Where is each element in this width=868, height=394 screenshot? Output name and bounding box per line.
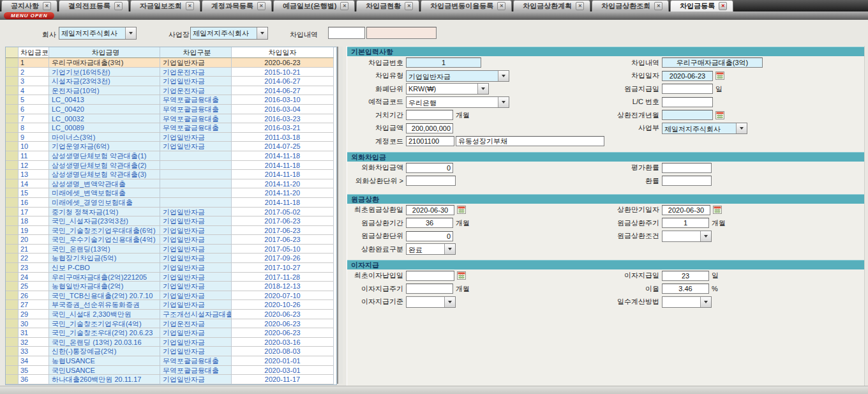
loan-amount-field[interactable]	[406, 123, 453, 133]
menu-open-button[interactable]: MENU OPEN	[4, 12, 54, 19]
currency-unit-select[interactable]: KRW(₩)	[406, 83, 489, 95]
table-row[interactable]: 17중기청 정책자금(1억)기업일반자금2017-05-02	[6, 208, 336, 217]
table-row[interactable]: 22농협장기차입금(5억)기업일반자금2017-09-26	[6, 254, 336, 263]
table-row[interactable]: 11삼성생명단체보험 약관대출(1)2014-11-18	[6, 151, 336, 161]
table-row[interactable]: 4운전자금(10억)기업운전자금2014-06-27	[6, 86, 336, 96]
calendar-icon[interactable]	[713, 206, 722, 214]
table-row[interactable]: 13삼성생명단체보험 약관대출(3)2014-11-18	[6, 170, 336, 179]
fx-repay-unit-field[interactable]	[406, 176, 456, 186]
first-interest-pay-date-field[interactable]	[406, 271, 454, 281]
tab-close-icon[interactable]: ×	[405, 2, 413, 10]
calendar-icon[interactable]	[715, 111, 724, 119]
principal-repay-condition-select[interactable]	[662, 231, 712, 242]
tab[interactable]: 차입금현황×	[356, 0, 419, 11]
first-principal-repay-date-field[interactable]	[406, 205, 454, 215]
tab[interactable]: 계정과목등록×	[202, 0, 272, 11]
account-code-field[interactable]	[406, 136, 454, 146]
tab-close-icon[interactable]: ×	[719, 2, 727, 10]
deposit-code-select[interactable]: 우리은행	[406, 96, 509, 108]
tab[interactable]: 차입금변동이율등록×	[421, 0, 512, 11]
table-row[interactable]: 14삼성생명_변액약관대출2014-11-20	[6, 179, 336, 189]
tab[interactable]: 차입금등록×	[670, 0, 733, 11]
table-row[interactable]: 32국민_온랜딩 (13억) 20.03.16기업일반자금2020-03-16	[6, 338, 336, 347]
principal-repay-cycle-field[interactable]	[662, 218, 709, 228]
table-row[interactable]: 3시설자금(23억3천)기업일반자금2014-06-27	[6, 77, 336, 86]
table-row[interactable]: 10기업운영자금(6억)기업일반자금2014-07-25	[6, 142, 336, 151]
tab[interactable]: 차입금상환조회×	[592, 0, 669, 11]
calendar-icon[interactable]	[457, 271, 466, 280]
day-count-method-select[interactable]	[662, 296, 712, 308]
principal-repay-period-field[interactable]	[406, 218, 453, 228]
tab[interactable]: 공지사항×	[1, 0, 57, 11]
interest-pay-basis-select[interactable]	[406, 296, 456, 308]
table-row[interactable]: 1우리구매자금대출(3억)기업일반자금2020-06-23	[6, 58, 336, 68]
interest-pay-day-field[interactable]	[662, 271, 709, 281]
table-row[interactable]: 30국민_기술창조기업우대(4억)기업운전자금2020-06-23	[6, 319, 336, 329]
table-row[interactable]: 18국민_시설자금(23억3천)기업일반자금2017-06-23	[6, 216, 336, 226]
tab-close-icon[interactable]: ×	[340, 2, 348, 10]
table-row[interactable]: 26국민_TCB신용대출(2억) 20.7.10기업일반자금2020-07-10	[6, 291, 336, 301]
table-row[interactable]: 33신한(-)통장예금(2억)기업일반자금2020-08-03	[6, 347, 336, 356]
table-row[interactable]: 19국민_기술창조기업우대대출(6억)기업일반자금2017-06-23	[6, 226, 336, 236]
tab-close-icon[interactable]: ×	[257, 2, 266, 10]
table-row[interactable]: 35국민USANCE무역포괄금융대출2020-03-01	[6, 366, 336, 375]
repay-before-month-field[interactable]	[662, 110, 713, 120]
table-row[interactable]: 15미래에셋_변액보험대출2014-11-20	[6, 188, 336, 198]
table-row[interactable]: 27부국증권_선순위유동화증권기업일반자금2020-10-26	[6, 300, 336, 310]
table-row[interactable]: 6LC_00420무역포괄금융대출2016-03-04	[6, 105, 336, 114]
table-row[interactable]: 36하나대출260백만원 20.11.17기업일반자금2020-11-17	[6, 375, 336, 384]
principal-pay-day-field[interactable]	[662, 84, 713, 94]
tab-close-icon[interactable]: ×	[114, 2, 123, 10]
table-row[interactable]: 9마이너스(3억)기업일반자금2011-03-18	[6, 133, 336, 142]
lc-number-field[interactable]	[662, 97, 713, 107]
loan-detail-filter-input2[interactable]	[366, 27, 437, 39]
principal-repay-unit-field[interactable]	[406, 231, 453, 241]
table-row[interactable]: 25농협일반자금대출(2억)기업일반자금2018-12-13	[6, 282, 336, 291]
calendar-icon[interactable]	[457, 206, 466, 214]
table-row[interactable]: 29국민_시설대 2,330백만원구조개선시설자금대출2020-06-23	[6, 310, 336, 319]
valuation-exchange-rate-field[interactable]	[662, 163, 712, 173]
account-name-field[interactable]	[456, 136, 604, 146]
table-row[interactable]: 20국민_우수기술기업신용대출(4억)기업일반자금2017-06-23	[6, 235, 336, 245]
table-row[interactable]: 12삼성생명단체보험 약관대출(2)2014-11-18	[6, 161, 336, 170]
table-cell: 2020-06-23	[232, 328, 334, 338]
table-row[interactable]: 23신보 P-CBO기업일반자금2017-10-27	[6, 263, 336, 273]
company-select[interactable]: 제일저지주식회사	[59, 27, 137, 40]
grace-period-field[interactable]	[406, 110, 453, 120]
table-row[interactable]: 2기업기보(16억5천)기업운전자금2015-10-21	[6, 68, 336, 77]
repay-complete-type-select[interactable]: 완료	[406, 243, 456, 255]
table-row[interactable]: 34농협USANCE무역포괄금융대출2020-01-01	[6, 356, 336, 366]
fx-loan-amount-field[interactable]	[406, 163, 453, 173]
tab[interactable]: 결의전표등록×	[59, 0, 129, 11]
tab[interactable]: 자금일보조회×	[130, 0, 200, 11]
repay-due-date-field[interactable]	[662, 205, 710, 215]
business-unit-select[interactable]: 제일저지주식회사	[662, 123, 747, 134]
table-row[interactable]: 16미래에셋_경영인보험대출2014-11-18	[6, 198, 336, 208]
calendar-icon[interactable]	[715, 72, 724, 80]
tab[interactable]: 예금일보(은행별)×	[273, 0, 355, 11]
table-row[interactable]: 5LC_00413무역포괄금융대출2016-03-10	[6, 95, 336, 105]
tab[interactable]: 차입금상환계획×	[513, 0, 590, 11]
table-row[interactable]: 31국민_기술창조우대(2억) 20.6.23기업일반자금2020-06-23	[6, 328, 336, 338]
tab-close-icon[interactable]: ×	[576, 2, 584, 10]
tab-close-icon[interactable]: ×	[43, 2, 51, 10]
exchange-rate-field[interactable]	[662, 176, 712, 186]
loan-detail-filter-input[interactable]	[328, 27, 365, 39]
site-select[interactable]: 제일저지주식회사	[190, 27, 268, 40]
table-cell: LC_00420	[49, 105, 160, 114]
interest-pay-cycle-field[interactable]	[406, 284, 453, 294]
interest-rate-field[interactable]	[662, 284, 709, 294]
tab-close-icon[interactable]: ×	[186, 2, 194, 10]
table-row[interactable]: 24우리구매자금대출(2억)221205기업일반자금2017-11-28	[6, 273, 336, 282]
loan-number-field[interactable]	[406, 57, 481, 68]
loan-date-field[interactable]	[662, 71, 713, 81]
tab-close-icon[interactable]: ×	[654, 2, 662, 10]
table-scrollbar[interactable]	[337, 47, 343, 384]
table-row[interactable]: 7LC_00032무역포괄금융대출2016-03-23	[6, 114, 336, 124]
loan-type-select[interactable]: 기업일반자금	[406, 70, 509, 82]
loan-detail-field[interactable]	[662, 57, 763, 68]
table-cell: 2020-03-16	[232, 338, 334, 347]
table-row[interactable]: 8LC_00089무역포괄금융대출2016-03-21	[6, 123, 336, 133]
tab-close-icon[interactable]: ×	[497, 2, 505, 10]
table-row[interactable]: 21국민_온랜딩(13억)기업일반자금2017-05-10	[6, 245, 336, 254]
